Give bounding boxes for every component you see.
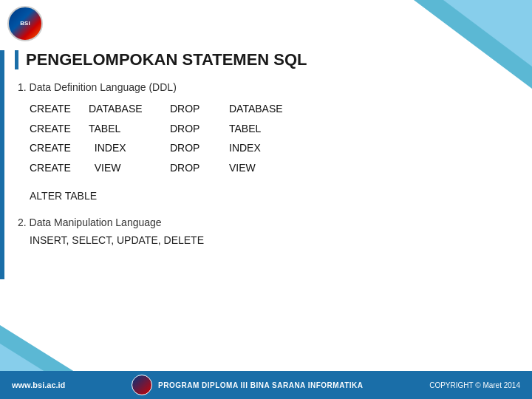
cmd-index: INDEX (89, 138, 170, 158)
bottom-bar: www.bsi.ac.id PROGRAM DIPLOMA III BINA S… (0, 371, 532, 399)
slide-title: PENGELOMPOKAN STATEMEN SQL (15, 50, 517, 69)
create-label-4: CREATE (30, 158, 89, 178)
section1-label: 1. Data Definition Language (DDL) (15, 81, 517, 93)
drop-label-3: DROP (170, 138, 229, 158)
create-label-1: CREATE (30, 99, 89, 119)
cmd-view: VIEW (89, 158, 170, 178)
dropcmd-tabel: TABEL (229, 119, 318, 139)
logo-circle: BSI (7, 6, 43, 41)
create-label-3: CREATE (30, 138, 89, 158)
dropcmd-database: DATABASE (229, 99, 318, 119)
table-row: CREATE DATABASE DROP DATABASE (30, 99, 517, 119)
drop-label-1: DROP (170, 99, 229, 119)
cmd-database: DATABASE (89, 99, 170, 119)
dropcmd-index: INDEX (229, 138, 318, 158)
ddl-table: CREATE DATABASE DROP DATABASE CREATE TAB… (30, 99, 517, 177)
dml-text: INSERT, SELECT, UPDATE, DELETE (30, 231, 517, 250)
logo-area: BSI (7, 6, 46, 44)
main-content: PENGELOMPOKAN STATEMEN SQL 1. Data Defin… (15, 50, 517, 250)
drop-label-4: DROP (170, 158, 229, 178)
section2-label: 2. Data Manipulation Language (15, 216, 517, 228)
drop-label-2: DROP (170, 119, 229, 139)
footer-program-text: PROGRAM DIPLOMA III BINA SARANA INFORMAT… (158, 381, 363, 389)
left-accent-bar (0, 50, 4, 279)
table-row: CREATE TABEL DROP TABEL (30, 119, 517, 139)
footer-logo (132, 375, 152, 395)
slide-container: BSI PENGELOMPOKAN STATEMEN SQL 1. Data D… (0, 0, 532, 399)
table-row: CREATE INDEX DROP INDEX (30, 138, 517, 158)
dropcmd-view: VIEW (229, 158, 318, 178)
footer-url: www.bsi.ac.id (12, 381, 65, 389)
footer-copyright: COPYRIGHT © Maret 2014 (429, 381, 520, 389)
table-row: CREATE VIEW DROP VIEW (30, 158, 517, 178)
cmd-tabel: TABEL (89, 119, 170, 139)
logo-text: BSI (20, 21, 30, 27)
alter-row: ALTER TABLE (30, 186, 517, 206)
footer-program-area: PROGRAM DIPLOMA III BINA SARANA INFORMAT… (132, 375, 363, 395)
create-label-2: CREATE (30, 119, 89, 139)
